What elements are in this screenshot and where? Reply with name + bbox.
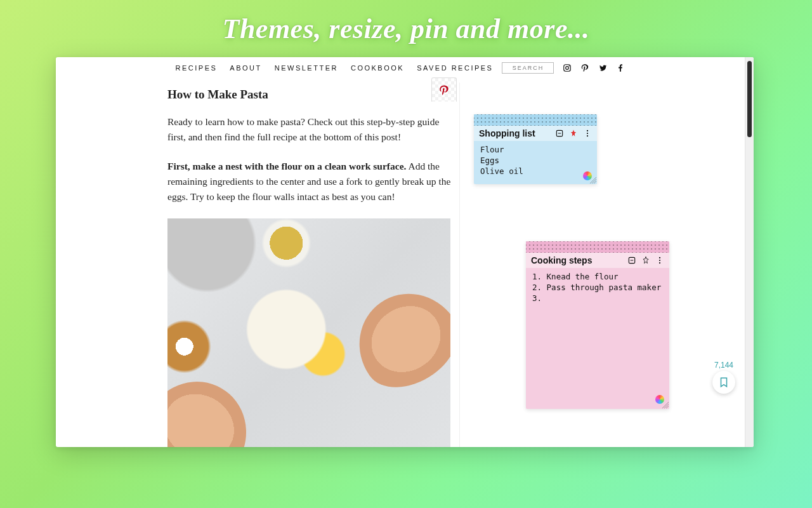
collapse-icon[interactable] xyxy=(627,256,636,265)
recipe-image xyxy=(167,218,450,447)
content-divider xyxy=(459,83,460,447)
svg-point-11 xyxy=(659,260,660,261)
search-input[interactable]: SEARCH xyxy=(502,62,554,74)
nav-newsletter[interactable]: NEWSLETTER xyxy=(275,64,338,72)
nav-recipes[interactable]: RECIPES xyxy=(176,64,218,72)
article-title: How to Make Pasta xyxy=(167,88,452,102)
twitter-icon[interactable] xyxy=(598,64,607,72)
scrollbar[interactable] xyxy=(745,57,754,447)
nav-saved-recipes[interactable]: SAVED RECIPES xyxy=(417,64,493,72)
article-step-1-lead: First, make a nest with the flour on a c… xyxy=(167,161,406,171)
bookmark-icon xyxy=(718,377,730,388)
resize-handle[interactable] xyxy=(590,177,596,184)
save-button[interactable] xyxy=(712,371,735,394)
scrollbar-thumb[interactable] xyxy=(747,61,752,137)
save-count: 7,144 xyxy=(708,361,740,370)
nav-cookbook[interactable]: COOKBOOK xyxy=(351,64,404,72)
svg-point-6 xyxy=(587,133,588,134)
top-nav: RECIPES ABOUT NEWSLETTER COOKBOOK SAVED … xyxy=(56,57,745,79)
svg-point-2 xyxy=(569,65,570,67)
article-intro: Ready to learn how to make pasta? Check … xyxy=(167,114,452,145)
more-icon[interactable] xyxy=(655,256,664,265)
note-drag-handle[interactable] xyxy=(526,241,669,253)
pin-icon[interactable] xyxy=(569,129,578,138)
collapse-icon[interactable] xyxy=(555,129,564,138)
article-step-1: First, make a nest with the flour on a c… xyxy=(167,159,452,204)
more-icon[interactable] xyxy=(583,129,592,138)
note-body[interactable]: 1. Knead the flour 2. Pass through pasta… xyxy=(526,268,669,311)
pinterest-icon[interactable] xyxy=(580,64,589,72)
nav-about[interactable]: ABOUT xyxy=(230,64,261,72)
note-body[interactable]: Flour Eggs Olive oil xyxy=(474,141,597,184)
promo-headline: Themes, resize, pin and more... xyxy=(0,13,812,45)
instagram-icon[interactable] xyxy=(563,64,572,72)
svg-point-5 xyxy=(587,130,588,131)
facebook-icon[interactable] xyxy=(616,64,625,72)
save-widget: 7,144 xyxy=(708,361,740,394)
note-title: Cooking steps xyxy=(531,255,592,265)
svg-point-12 xyxy=(659,262,660,264)
article: How to Make Pasta Ready to learn how to … xyxy=(167,88,452,447)
svg-point-7 xyxy=(587,135,588,137)
sticky-note-cooking[interactable]: Cooking steps 1. Knead the flour 2. Pass… xyxy=(526,241,669,409)
resize-handle[interactable] xyxy=(662,402,669,408)
pin-icon[interactable] xyxy=(641,256,650,265)
app-window: RECIPES ABOUT NEWSLETTER COOKBOOK SAVED … xyxy=(56,57,754,447)
sticky-note-shopping[interactable]: Shopping list Flour Eggs Olive oil xyxy=(474,114,597,184)
svg-point-10 xyxy=(659,257,660,258)
note-title: Shopping list xyxy=(479,128,535,138)
svg-point-1 xyxy=(566,67,569,70)
note-drag-handle[interactable] xyxy=(474,114,597,126)
